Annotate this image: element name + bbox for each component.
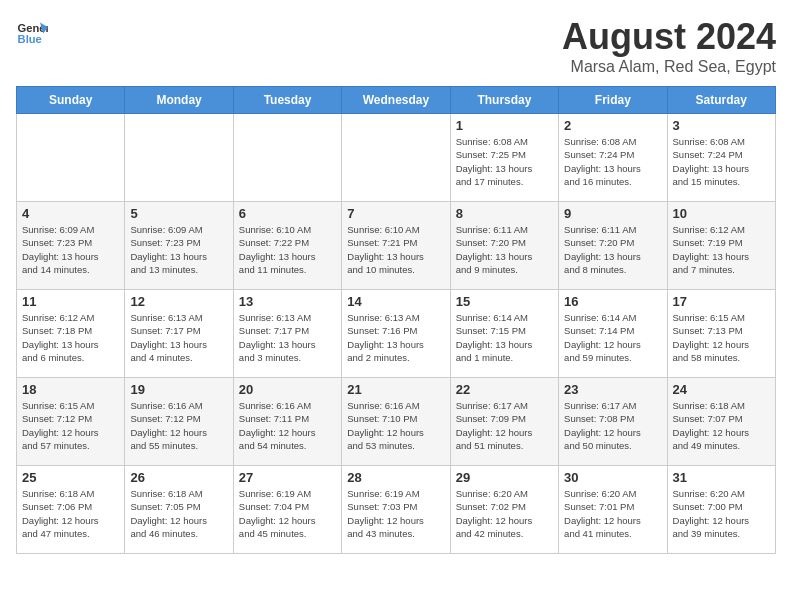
day-number: 1 (456, 118, 553, 133)
calendar-cell: 27Sunrise: 6:19 AM Sunset: 7:04 PM Dayli… (233, 466, 341, 554)
day-info: Sunrise: 6:16 AM Sunset: 7:12 PM Dayligh… (130, 399, 227, 452)
day-number: 26 (130, 470, 227, 485)
day-info: Sunrise: 6:15 AM Sunset: 7:13 PM Dayligh… (673, 311, 770, 364)
day-info: Sunrise: 6:19 AM Sunset: 7:04 PM Dayligh… (239, 487, 336, 540)
calendar-cell: 14Sunrise: 6:13 AM Sunset: 7:16 PM Dayli… (342, 290, 450, 378)
calendar-cell (125, 114, 233, 202)
day-info: Sunrise: 6:13 AM Sunset: 7:16 PM Dayligh… (347, 311, 444, 364)
day-info: Sunrise: 6:14 AM Sunset: 7:15 PM Dayligh… (456, 311, 553, 364)
day-info: Sunrise: 6:12 AM Sunset: 7:19 PM Dayligh… (673, 223, 770, 276)
calendar-cell: 6Sunrise: 6:10 AM Sunset: 7:22 PM Daylig… (233, 202, 341, 290)
day-info: Sunrise: 6:10 AM Sunset: 7:21 PM Dayligh… (347, 223, 444, 276)
calendar-cell: 16Sunrise: 6:14 AM Sunset: 7:14 PM Dayli… (559, 290, 667, 378)
day-number: 2 (564, 118, 661, 133)
calendar-cell: 23Sunrise: 6:17 AM Sunset: 7:08 PM Dayli… (559, 378, 667, 466)
day-info: Sunrise: 6:10 AM Sunset: 7:22 PM Dayligh… (239, 223, 336, 276)
day-number: 3 (673, 118, 770, 133)
day-number: 17 (673, 294, 770, 309)
weekday-header: Friday (559, 87, 667, 114)
day-info: Sunrise: 6:20 AM Sunset: 7:00 PM Dayligh… (673, 487, 770, 540)
day-number: 24 (673, 382, 770, 397)
day-number: 28 (347, 470, 444, 485)
day-number: 31 (673, 470, 770, 485)
day-number: 13 (239, 294, 336, 309)
calendar-subtitle: Marsa Alam, Red Sea, Egypt (562, 58, 776, 76)
calendar-cell (342, 114, 450, 202)
day-number: 19 (130, 382, 227, 397)
calendar-cell: 30Sunrise: 6:20 AM Sunset: 7:01 PM Dayli… (559, 466, 667, 554)
calendar-week-row: 11Sunrise: 6:12 AM Sunset: 7:18 PM Dayli… (17, 290, 776, 378)
calendar-cell: 21Sunrise: 6:16 AM Sunset: 7:10 PM Dayli… (342, 378, 450, 466)
calendar-cell: 28Sunrise: 6:19 AM Sunset: 7:03 PM Dayli… (342, 466, 450, 554)
calendar-cell: 5Sunrise: 6:09 AM Sunset: 7:23 PM Daylig… (125, 202, 233, 290)
calendar-cell: 13Sunrise: 6:13 AM Sunset: 7:17 PM Dayli… (233, 290, 341, 378)
day-number: 20 (239, 382, 336, 397)
calendar-cell: 15Sunrise: 6:14 AM Sunset: 7:15 PM Dayli… (450, 290, 558, 378)
svg-text:Blue: Blue (18, 33, 42, 45)
day-number: 9 (564, 206, 661, 221)
day-info: Sunrise: 6:17 AM Sunset: 7:09 PM Dayligh… (456, 399, 553, 452)
calendar-cell: 18Sunrise: 6:15 AM Sunset: 7:12 PM Dayli… (17, 378, 125, 466)
calendar-cell: 12Sunrise: 6:13 AM Sunset: 7:17 PM Dayli… (125, 290, 233, 378)
calendar-cell: 19Sunrise: 6:16 AM Sunset: 7:12 PM Dayli… (125, 378, 233, 466)
day-info: Sunrise: 6:18 AM Sunset: 7:07 PM Dayligh… (673, 399, 770, 452)
day-info: Sunrise: 6:12 AM Sunset: 7:18 PM Dayligh… (22, 311, 119, 364)
calendar-cell: 22Sunrise: 6:17 AM Sunset: 7:09 PM Dayli… (450, 378, 558, 466)
calendar-cell: 11Sunrise: 6:12 AM Sunset: 7:18 PM Dayli… (17, 290, 125, 378)
day-number: 18 (22, 382, 119, 397)
day-number: 5 (130, 206, 227, 221)
day-info: Sunrise: 6:08 AM Sunset: 7:25 PM Dayligh… (456, 135, 553, 188)
day-info: Sunrise: 6:13 AM Sunset: 7:17 PM Dayligh… (130, 311, 227, 364)
calendar-week-row: 4Sunrise: 6:09 AM Sunset: 7:23 PM Daylig… (17, 202, 776, 290)
calendar-week-row: 25Sunrise: 6:18 AM Sunset: 7:06 PM Dayli… (17, 466, 776, 554)
day-number: 7 (347, 206, 444, 221)
day-info: Sunrise: 6:16 AM Sunset: 7:11 PM Dayligh… (239, 399, 336, 452)
day-info: Sunrise: 6:11 AM Sunset: 7:20 PM Dayligh… (564, 223, 661, 276)
day-number: 15 (456, 294, 553, 309)
day-info: Sunrise: 6:19 AM Sunset: 7:03 PM Dayligh… (347, 487, 444, 540)
calendar-cell: 20Sunrise: 6:16 AM Sunset: 7:11 PM Dayli… (233, 378, 341, 466)
day-number: 30 (564, 470, 661, 485)
calendar-cell (17, 114, 125, 202)
calendar-cell: 1Sunrise: 6:08 AM Sunset: 7:25 PM Daylig… (450, 114, 558, 202)
logo-icon: General Blue (16, 16, 48, 48)
weekday-row: SundayMondayTuesdayWednesdayThursdayFrid… (17, 87, 776, 114)
calendar-table: SundayMondayTuesdayWednesdayThursdayFrid… (16, 86, 776, 554)
calendar-cell: 17Sunrise: 6:15 AM Sunset: 7:13 PM Dayli… (667, 290, 775, 378)
day-info: Sunrise: 6:09 AM Sunset: 7:23 PM Dayligh… (22, 223, 119, 276)
day-number: 4 (22, 206, 119, 221)
weekday-header: Sunday (17, 87, 125, 114)
day-info: Sunrise: 6:18 AM Sunset: 7:06 PM Dayligh… (22, 487, 119, 540)
day-number: 8 (456, 206, 553, 221)
calendar-cell: 3Sunrise: 6:08 AM Sunset: 7:24 PM Daylig… (667, 114, 775, 202)
calendar-cell: 31Sunrise: 6:20 AM Sunset: 7:00 PM Dayli… (667, 466, 775, 554)
calendar-cell: 9Sunrise: 6:11 AM Sunset: 7:20 PM Daylig… (559, 202, 667, 290)
calendar-week-row: 18Sunrise: 6:15 AM Sunset: 7:12 PM Dayli… (17, 378, 776, 466)
calendar-cell: 7Sunrise: 6:10 AM Sunset: 7:21 PM Daylig… (342, 202, 450, 290)
day-number: 14 (347, 294, 444, 309)
day-info: Sunrise: 6:16 AM Sunset: 7:10 PM Dayligh… (347, 399, 444, 452)
day-number: 23 (564, 382, 661, 397)
day-info: Sunrise: 6:15 AM Sunset: 7:12 PM Dayligh… (22, 399, 119, 452)
day-number: 27 (239, 470, 336, 485)
day-number: 29 (456, 470, 553, 485)
calendar-cell: 25Sunrise: 6:18 AM Sunset: 7:06 PM Dayli… (17, 466, 125, 554)
calendar-title: August 2024 (562, 16, 776, 58)
logo: General Blue (16, 16, 52, 48)
day-info: Sunrise: 6:18 AM Sunset: 7:05 PM Dayligh… (130, 487, 227, 540)
calendar-cell: 4Sunrise: 6:09 AM Sunset: 7:23 PM Daylig… (17, 202, 125, 290)
day-number: 16 (564, 294, 661, 309)
day-number: 10 (673, 206, 770, 221)
header: General Blue August 2024 Marsa Alam, Red… (16, 16, 776, 76)
day-info: Sunrise: 6:14 AM Sunset: 7:14 PM Dayligh… (564, 311, 661, 364)
weekday-header: Thursday (450, 87, 558, 114)
calendar-cell: 8Sunrise: 6:11 AM Sunset: 7:20 PM Daylig… (450, 202, 558, 290)
calendar-cell: 10Sunrise: 6:12 AM Sunset: 7:19 PM Dayli… (667, 202, 775, 290)
day-info: Sunrise: 6:08 AM Sunset: 7:24 PM Dayligh… (564, 135, 661, 188)
day-number: 6 (239, 206, 336, 221)
calendar-week-row: 1Sunrise: 6:08 AM Sunset: 7:25 PM Daylig… (17, 114, 776, 202)
weekday-header: Saturday (667, 87, 775, 114)
day-number: 11 (22, 294, 119, 309)
day-info: Sunrise: 6:20 AM Sunset: 7:02 PM Dayligh… (456, 487, 553, 540)
day-number: 12 (130, 294, 227, 309)
